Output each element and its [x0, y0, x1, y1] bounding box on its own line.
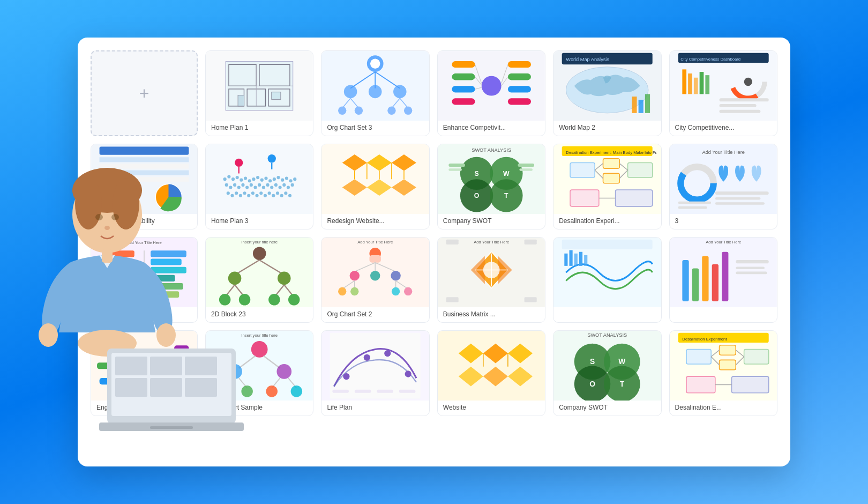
svg-rect-277 — [399, 390, 416, 393]
svg-rect-62 — [100, 170, 189, 175]
template-card[interactable]: Add Your Title Here — [321, 237, 429, 323]
svg-rect-59 — [100, 146, 189, 154]
template-card[interactable]: Desalination Experiment — [669, 330, 777, 416]
svg-rect-229 — [574, 254, 578, 266]
svg-point-104 — [279, 186, 282, 189]
svg-line-14 — [376, 72, 400, 88]
svg-point-187 — [228, 271, 242, 285]
svg-point-107 — [291, 183, 294, 187]
svg-marker-279 — [483, 344, 508, 364]
svg-text:City Competitiveness Dashboard: City Competitiveness Dashboard — [680, 56, 740, 61]
template-card[interactable]: Website — [437, 330, 545, 416]
svg-point-112 — [243, 191, 246, 195]
template-card[interactable]: Home Plan 3 — [205, 144, 313, 229]
svg-rect-60 — [100, 157, 189, 162]
svg-rect-67 — [133, 190, 139, 207]
card-thumbnail: Desalination Experiment — [670, 331, 777, 401]
card-label — [553, 307, 661, 315]
svg-point-15 — [344, 85, 357, 98]
svg-point-87 — [281, 178, 284, 181]
svg-text:T: T — [504, 192, 508, 199]
template-card[interactable]: Add Your Title Here — [669, 144, 777, 229]
card-label: Empirical Probability — [91, 214, 197, 229]
svg-point-267 — [266, 386, 278, 397]
svg-point-75 — [231, 177, 235, 181]
svg-text:Add Your Title Here: Add Your Title Here — [706, 240, 741, 244]
template-card[interactable]: Desalination Experiment: Main Body Make … — [553, 144, 661, 229]
template-card[interactable]: Insert your title here — [205, 237, 313, 323]
svg-point-91 — [225, 183, 228, 187]
svg-rect-231 — [584, 255, 587, 266]
svg-point-122 — [284, 191, 287, 195]
card-thumbnail — [206, 51, 313, 121]
svg-point-101 — [266, 183, 269, 187]
svg-text:Desalination Experiment: Main : Desalination Experiment: Main Body Make … — [566, 150, 657, 154]
svg-point-79 — [248, 179, 251, 182]
svg-point-268 — [291, 386, 303, 397]
template-card[interactable]: Redesign Website... — [321, 144, 429, 229]
template-card[interactable]: Life Plan — [321, 330, 429, 416]
svg-point-105 — [282, 183, 286, 187]
svg-point-110 — [235, 191, 238, 195]
svg-rect-237 — [722, 252, 728, 301]
svg-point-204 — [370, 271, 380, 280]
template-card[interactable]: Empirical Probability — [91, 144, 198, 229]
svg-point-81 — [256, 176, 259, 179]
svg-point-84 — [268, 179, 272, 182]
svg-line-304 — [736, 357, 744, 365]
svg-point-103 — [274, 183, 278, 187]
template-card[interactable]: City Competitiveness Dashboard — [669, 50, 777, 136]
svg-point-272 — [384, 350, 391, 357]
svg-point-99 — [258, 183, 261, 187]
svg-rect-30 — [452, 98, 475, 105]
svg-rect-180 — [151, 283, 183, 290]
svg-marker-280 — [508, 344, 533, 364]
template-card[interactable]: Home Plan 1 — [205, 50, 313, 136]
svg-line-258 — [264, 356, 280, 368]
template-card[interactable]: Add Your Title Here — [91, 237, 198, 323]
card-thumbnail: Add Your Title Here — [670, 238, 777, 307]
template-card[interactable]: S W O T SWOT ANALYSIS Company SWOT — [437, 144, 545, 229]
svg-rect-147 — [519, 168, 533, 171]
card-thumbnail: Add Your Title Here — [670, 144, 777, 214]
svg-text:S: S — [590, 357, 595, 366]
card-label: Org Chart Set 2 — [321, 307, 429, 322]
card-label: Home Plan 3 — [206, 214, 313, 229]
template-card[interactable]: Enhance Competivit... — [437, 50, 545, 136]
svg-rect-48 — [682, 69, 686, 94]
template-card[interactable]: SWOT ANALYSIS S W O T Company SWOT — [553, 330, 661, 416]
template-card[interactable]: World Map Analysis World Map 2 — [553, 50, 661, 136]
template-card[interactable]: Add Your Title Here — [669, 237, 777, 323]
svg-rect-152 — [603, 173, 620, 183]
svg-rect-153 — [628, 162, 653, 177]
svg-rect-49 — [688, 73, 692, 94]
svg-point-17 — [393, 85, 407, 98]
template-card[interactable] — [553, 237, 661, 323]
svg-point-113 — [247, 194, 250, 197]
svg-rect-238 — [736, 260, 768, 263]
template-card[interactable]: Org Chart Set 3 — [321, 50, 429, 136]
svg-rect-328 — [150, 426, 193, 429]
svg-marker-281 — [459, 367, 483, 387]
svg-rect-175 — [102, 291, 133, 298]
svg-rect-298 — [719, 345, 736, 355]
card-label: 3 — [670, 214, 777, 229]
svg-point-88 — [285, 176, 288, 180]
svg-rect-306 — [731, 376, 768, 393]
svg-point-211 — [350, 287, 358, 295]
svg-point-102 — [270, 186, 273, 189]
svg-rect-65 — [113, 191, 119, 207]
svg-line-18 — [342, 98, 350, 108]
svg-point-82 — [260, 178, 264, 181]
svg-point-271 — [364, 354, 370, 360]
new-item-button[interactable]: + — [91, 50, 198, 136]
svg-rect-236 — [712, 264, 718, 301]
svg-point-195 — [268, 294, 280, 306]
svg-line-302 — [711, 357, 719, 365]
svg-point-16 — [369, 85, 382, 98]
svg-marker-278 — [459, 344, 483, 364]
svg-point-123 — [288, 194, 291, 197]
svg-line-22 — [392, 98, 400, 108]
card-label: 2D Block 23 — [206, 307, 313, 322]
template-card[interactable]: Add Your Title Here — [437, 237, 545, 323]
